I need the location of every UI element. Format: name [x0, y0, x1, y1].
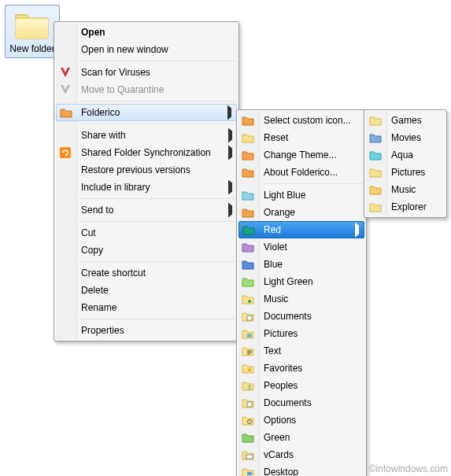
folder-peoples-icon	[242, 379, 254, 392]
submenu-arrow-icon	[227, 109, 231, 117]
color-favorites[interactable]: Favorites	[238, 360, 364, 377]
menu-reset[interactable]: Reset	[238, 129, 364, 146]
svg-point-1	[248, 300, 251, 303]
folder-movies-icon	[369, 131, 382, 144]
folder-orange-icon	[242, 149, 254, 161]
color-light-blue[interactable]: Light Blue	[238, 186, 364, 204]
menu-properties[interactable]: Properties	[56, 322, 237, 339]
folder-music-icon	[369, 183, 382, 196]
separator	[79, 198, 235, 199]
color-orange[interactable]: Orange	[238, 204, 364, 221]
separator	[79, 61, 235, 61]
submenu-arrow-icon	[228, 149, 232, 157]
folder-vcards-icon	[242, 448, 254, 461]
color-peoples[interactable]: Peoples	[238, 377, 364, 394]
watermark: ©intowindows.com	[369, 463, 448, 474]
color-options[interactable]: Options	[238, 411, 364, 429]
color-pictures[interactable]: Pictures	[238, 325, 364, 342]
folderico-icon	[60, 106, 72, 119]
folder-orange-icon	[242, 166, 254, 179]
color-documents[interactable]: Documents	[238, 308, 364, 325]
color-blue[interactable]: Blue	[238, 256, 364, 273]
desktop-folder-item[interactable]: New folder	[5, 5, 60, 58]
separator	[79, 124, 235, 124]
submenu-arrow-icon	[355, 226, 359, 234]
context-menu-main: Open Open in new window Scan for Viruses…	[54, 21, 239, 341]
menu-delete[interactable]: Delete	[56, 282, 237, 299]
svg-rect-2	[247, 315, 252, 320]
menu-rename[interactable]: Rename	[56, 299, 237, 316]
menu-create-shortcut[interactable]: Create shortcut	[56, 264, 237, 282]
item-pictures[interactable]: Pictures	[366, 164, 445, 181]
svg-point-4	[249, 386, 251, 388]
separator	[79, 101, 235, 101]
svg-rect-8	[247, 472, 252, 475]
folder-red-icon	[242, 223, 255, 236]
menu-open[interactable]: Open	[56, 24, 237, 41]
color-text[interactable]: Text	[238, 342, 364, 360]
separator	[79, 221, 235, 222]
kaspersky-icon	[59, 66, 72, 79]
folder-desktop-icon	[242, 466, 254, 476]
menu-include-library[interactable]: Include in library	[56, 179, 237, 196]
item-movies[interactable]: Movies	[366, 129, 445, 146]
folder-orange-icon	[242, 114, 254, 127]
menu-cut[interactable]: Cut	[56, 224, 237, 242]
svg-rect-5	[247, 402, 252, 407]
color-music[interactable]: Music	[238, 290, 364, 308]
folder-aqua-icon	[369, 149, 382, 161]
menu-send-to[interactable]: Send to	[56, 201, 237, 219]
menu-scan-viruses[interactable]: Scan for Viruses	[56, 64, 237, 81]
menu-select-custom-icon[interactable]: Select custom icon...	[238, 112, 364, 129]
item-games[interactable]: Games	[366, 112, 445, 129]
folder-music-icon	[242, 293, 254, 305]
folder-text-icon	[242, 345, 254, 357]
folder-pictures-icon	[369, 166, 382, 179]
folder-documents-icon	[242, 310, 254, 323]
folder-favorites-icon	[242, 362, 254, 375]
separator	[79, 261, 235, 262]
folder-games-icon	[369, 114, 382, 127]
menu-change-theme[interactable]: Change Theme...	[238, 146, 364, 164]
separator	[79, 319, 235, 319]
color-documents2[interactable]: Documents	[238, 394, 364, 411]
submenu-arrow-icon	[228, 183, 232, 192]
folder-icon	[13, 9, 51, 40]
folder-lightblue-icon	[242, 189, 254, 201]
folder-orange-icon	[242, 206, 254, 219]
color-violet[interactable]: Violet	[238, 238, 364, 256]
submenu-arrow-icon	[228, 131, 232, 140]
menu-share-with[interactable]: Share with	[56, 127, 237, 144]
kaspersky-disabled-icon	[59, 83, 72, 96]
folder-yellow-icon	[242, 131, 254, 144]
color-desktop[interactable]: Desktop	[238, 463, 364, 476]
folder-explorer-icon	[369, 201, 382, 213]
folder-violet-icon	[242, 241, 254, 253]
folder-documents-icon	[242, 397, 254, 409]
menu-move-quarantine: Move to Quarantine	[56, 81, 237, 98]
item-aqua[interactable]: Aqua	[366, 146, 445, 164]
menu-folderico[interactable]: Folderico	[56, 104, 237, 121]
svg-rect-3	[247, 334, 252, 338]
sync-icon	[59, 146, 72, 159]
item-music[interactable]: Music	[366, 181, 445, 198]
context-menu-third: Games Movies Aqua Pictures Music Explore…	[364, 109, 447, 218]
menu-open-new-window[interactable]: Open in new window	[56, 41, 237, 58]
svg-rect-7	[246, 455, 253, 459]
color-vcards[interactable]: vCards	[238, 446, 364, 463]
menu-shared-folder-sync[interactable]: Shared Folder Synchronization	[56, 144, 237, 161]
menu-copy[interactable]: Copy	[56, 242, 237, 259]
color-red[interactable]: Red	[238, 221, 364, 238]
folder-blue-icon	[242, 258, 254, 271]
color-light-green[interactable]: Light Green	[238, 273, 364, 290]
menu-about-folderico[interactable]: About Folderico...	[238, 164, 364, 181]
folder-pictures-icon	[242, 327, 254, 340]
folder-green-icon	[242, 431, 254, 444]
color-green[interactable]: Green	[238, 429, 364, 446]
item-explorer[interactable]: Explorer	[366, 198, 445, 216]
separator	[262, 183, 363, 184]
menu-restore-previous[interactable]: Restore previous versions	[56, 161, 237, 179]
svg-rect-0	[60, 147, 71, 158]
folder-options-icon	[242, 414, 254, 426]
submenu-arrow-icon	[228, 206, 232, 215]
